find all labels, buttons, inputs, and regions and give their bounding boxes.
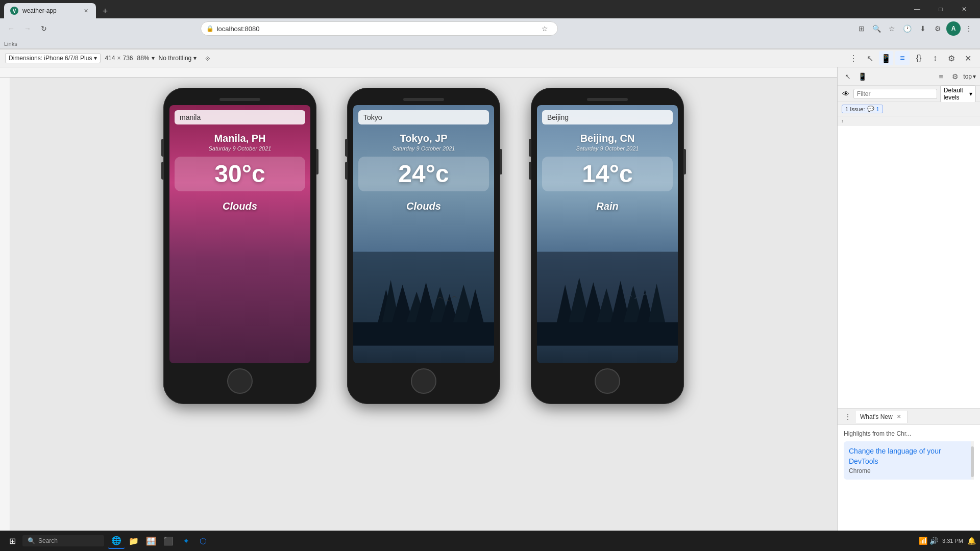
top-select[interactable]: top ▾ xyxy=(963,73,976,80)
taskbar-terminal-icon[interactable]: ⬛ xyxy=(160,533,177,549)
phone-speaker xyxy=(219,98,260,101)
devtools-toolbar: Dimensions: iPhone 6/7/8 Plus ▾ 414 × 73… xyxy=(0,49,980,67)
tree-chevron-icon: › xyxy=(842,118,843,124)
address-icons: ☆ xyxy=(538,21,552,36)
levels-label: Default levels xyxy=(944,87,968,101)
volume-systray-icon[interactable]: 🔊 xyxy=(929,537,938,545)
phone-screen-tokyo: Tokyo Tokyo, JP Saturday 9 October 2021 … xyxy=(353,105,494,363)
svg-marker-3 xyxy=(391,285,414,327)
whats-new-scrollbar[interactable] xyxy=(971,441,974,480)
taskbar-vscode-icon[interactable]: ✦ xyxy=(178,533,194,549)
history-icon[interactable]: 🕐 xyxy=(900,21,915,36)
toolbar-right: ⊞ 🔍 ☆ 🕐 ⬇ ⚙ A ⋮ xyxy=(854,21,976,36)
whats-new-close-button[interactable]: ✕ xyxy=(895,413,903,421)
svg-marker-1 xyxy=(377,289,396,327)
whats-new-more-icon[interactable]: ⋮ xyxy=(842,411,854,423)
maximize-button[interactable]: □ xyxy=(929,0,952,18)
settings-devtools-button[interactable]: ⚙ xyxy=(944,51,959,65)
reload-button[interactable]: ↻ xyxy=(37,21,51,36)
phone-home-button-beijing[interactable] xyxy=(595,368,620,394)
address-text: localhost:8080 xyxy=(217,25,535,33)
zoom-value: 88% xyxy=(137,55,150,62)
whats-new-scroll-thumb[interactable] xyxy=(971,446,974,477)
taskbar-search[interactable]: 🔍 Search xyxy=(22,535,104,546)
zoom-select[interactable]: 88% ▾ xyxy=(137,55,155,62)
manila-search-input[interactable]: manila xyxy=(175,110,305,124)
back-button[interactable]: ← xyxy=(4,21,18,36)
manila-temperature: 30°c xyxy=(180,162,300,186)
sources-tab-button[interactable]: {} xyxy=(912,51,926,65)
tree-expand-item[interactable]: › xyxy=(838,116,980,126)
beijing-city-name: Beijing, CN xyxy=(537,133,678,144)
bookmark-star-icon[interactable]: ☆ xyxy=(885,21,899,36)
close-button[interactable]: ✕ xyxy=(952,0,976,18)
panel-toolbar-row1: ↖ 📱 ≡ ⚙ top ▾ xyxy=(838,67,980,86)
eye-icon[interactable]: 👁 xyxy=(842,88,850,100)
window-controls: — □ ✕ xyxy=(905,0,976,18)
weather-app-tokyo: Tokyo Tokyo, JP Saturday 9 October 2021 … xyxy=(353,105,494,363)
phone-home-button-manila[interactable] xyxy=(227,368,253,394)
viewport-height: 736 xyxy=(122,55,133,62)
active-tab[interactable]: V weather-app ✕ xyxy=(4,3,96,18)
forward-button[interactable]: → xyxy=(20,21,35,36)
change-language-link[interactable]: Change the language of your DevTools xyxy=(849,446,969,466)
tab-close-button[interactable]: ✕ xyxy=(82,7,90,15)
extensions-icon[interactable]: ⊞ xyxy=(854,21,869,36)
whats-new-header: ⋮ What's New ✕ xyxy=(838,409,980,425)
tab-area: V weather-app ✕ + xyxy=(4,0,112,18)
throttle-select[interactable]: No throttling ▾ xyxy=(159,55,197,62)
taskbar-folder-icon[interactable]: 📁 xyxy=(126,533,142,549)
taskbar-store-icon[interactable]: 🪟 xyxy=(143,533,159,549)
network-systray-icon[interactable]: 📶 xyxy=(919,537,927,545)
more-devtools-button[interactable]: ⋮ xyxy=(846,51,861,65)
panel-device-icon[interactable]: 📱 xyxy=(856,70,868,83)
beijing-temperature: 14°c xyxy=(547,162,668,186)
console-tab-button[interactable]: ≡ xyxy=(895,51,910,65)
issues-badge[interactable]: 1 Issue: 💬 1 xyxy=(842,105,883,113)
sensors-button[interactable]: ⟐ xyxy=(201,51,215,65)
devtools-inspect-button[interactable]: ↖ xyxy=(863,51,877,65)
device-toggle-button[interactable]: 📱 xyxy=(879,51,893,65)
taskbar-chrome-icon[interactable]: 🌐 xyxy=(108,533,125,549)
svg-marker-18 xyxy=(635,289,654,327)
minimize-button[interactable]: — xyxy=(905,0,929,18)
downloads-icon[interactable]: ⬇ xyxy=(916,21,930,36)
notifications-icon[interactable]: 🔔 xyxy=(967,537,976,545)
phone-home-button-tokyo[interactable] xyxy=(411,368,436,394)
panel-settings-icon[interactable]: ⚙ xyxy=(949,70,961,83)
phone-side-button-left1 xyxy=(161,139,163,157)
start-button[interactable]: ⊞ xyxy=(4,533,20,549)
manila-temp-box: 30°c xyxy=(175,157,305,191)
system-tray: 📶 🔊 xyxy=(919,537,938,545)
links-bar: Links xyxy=(0,39,980,49)
whats-new-tab-label: What's New xyxy=(860,413,893,420)
settings-icon[interactable]: ⚙ xyxy=(931,21,945,36)
tokyo-search-input[interactable]: Tokyo xyxy=(358,110,489,124)
taskbar-apps: 🌐 📁 🪟 ⬛ ✦ ⬡ xyxy=(108,533,211,549)
svg-marker-12 xyxy=(556,285,575,327)
new-tab-button[interactable]: + xyxy=(98,4,112,18)
bookmark-icon[interactable]: ☆ xyxy=(538,21,552,36)
panel-inspect-icon[interactable]: ↖ xyxy=(842,70,854,83)
profile-button[interactable]: A xyxy=(946,21,961,36)
whats-new-tab[interactable]: What's New ✕ xyxy=(856,411,908,423)
svg-marker-14 xyxy=(581,282,605,327)
svg-rect-10 xyxy=(353,322,494,346)
phone-side-button-left2-beijing xyxy=(529,162,531,180)
more-menu-button[interactable]: ⋮ xyxy=(962,21,976,36)
zoom-icon[interactable]: 🔍 xyxy=(870,21,884,36)
phone-beijing: Beijing Beijing, CN Saturday 9 October 2… xyxy=(531,88,684,404)
levels-select[interactable]: Default levels ▾ xyxy=(940,85,976,103)
panel-content xyxy=(838,126,980,408)
taskbar-clock[interactable]: 3:31 PM xyxy=(942,537,963,544)
svg-marker-9 xyxy=(466,289,485,327)
address-input-wrap[interactable]: 🔒 localhost:8080 ☆ xyxy=(201,21,558,36)
close-devtools-button[interactable]: ✕ xyxy=(961,51,975,65)
console-icon[interactable]: ≡ xyxy=(935,70,947,83)
taskbar-edge-icon[interactable]: ⬡ xyxy=(195,533,211,549)
svg-marker-5 xyxy=(414,282,438,327)
beijing-search-input[interactable]: Beijing xyxy=(542,110,673,124)
dimensions-select[interactable]: Dimensions: iPhone 6/7/8 Plus ▾ xyxy=(5,53,101,63)
filter-input[interactable] xyxy=(853,89,937,99)
network-tab-button[interactable]: ↕ xyxy=(928,51,942,65)
